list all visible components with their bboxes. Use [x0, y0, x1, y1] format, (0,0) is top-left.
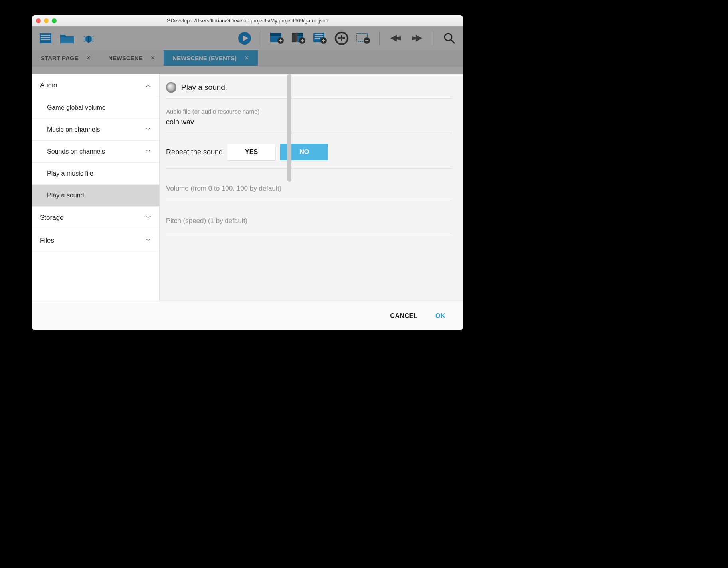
category-label: Files: [40, 237, 54, 245]
item-label: Game global volume: [47, 104, 106, 111]
audio-file-label: Audio file (or audio resource name): [166, 108, 452, 115]
sidebar-item-sounds-on-channels[interactable]: Sounds on channels ﹀: [32, 141, 159, 163]
zoom-icon[interactable]: [52, 18, 57, 23]
sidebar-item-music-on-channels[interactable]: Music on channels ﹀: [32, 119, 159, 141]
close-icon[interactable]: [36, 18, 41, 23]
window-title: GDevelop - /Users/florian/GDevelop proje…: [32, 18, 463, 24]
category-files[interactable]: Files ﹀: [32, 229, 159, 252]
sidebar-item-play-a-sound[interactable]: Play a sound: [32, 185, 159, 207]
pitch-input[interactable]: Pitch (speed) (1 by default): [166, 217, 452, 233]
parameters-pane: Play a sound. Audio file (or audio resou…: [160, 74, 463, 301]
dialog-footer: CANCEL OK: [32, 301, 463, 330]
item-label: Play a sound: [47, 192, 84, 199]
category-label: Audio: [40, 81, 57, 89]
category-label: Storage: [40, 214, 64, 222]
repeat-label: Repeat the sound: [166, 148, 223, 156]
pane-title: Play a sound.: [181, 83, 227, 92]
sidebar-item-game-global-volume[interactable]: Game global volume: [32, 97, 159, 119]
item-label: Music on channels: [47, 126, 100, 133]
chevron-down-icon: ﹀: [146, 148, 151, 155]
volume-input[interactable]: Volume (from 0 to 100, 100 by default): [166, 185, 452, 201]
item-label: Sounds on channels: [47, 148, 105, 155]
action-dialog: Audio ︿ Game global volume Music on chan…: [32, 74, 463, 330]
audio-file-input[interactable]: coin.wav: [166, 117, 452, 133]
app-window: GDevelop - /Users/florian/GDevelop proje…: [32, 15, 463, 330]
speaker-icon: [166, 82, 176, 93]
titlebar: GDevelop - /Users/florian/GDevelop proje…: [32, 15, 463, 26]
repeat-yes-button[interactable]: YES: [228, 144, 275, 160]
sidebar-item-play-a-music-file[interactable]: Play a music file: [32, 163, 159, 185]
traffic-lights: [36, 18, 57, 23]
ok-button[interactable]: OK: [435, 312, 445, 320]
item-label: Play a music file: [47, 170, 93, 177]
category-audio[interactable]: Audio ︿: [32, 74, 159, 97]
chevron-down-icon: ﹀: [146, 237, 151, 244]
minimize-icon[interactable]: [44, 18, 49, 23]
scrollbar[interactable]: [287, 74, 291, 182]
chevron-down-icon: ﹀: [146, 214, 151, 221]
category-sidebar[interactable]: Audio ︿ Game global volume Music on chan…: [32, 74, 160, 301]
chevron-up-icon: ︿: [146, 82, 151, 89]
cancel-button[interactable]: CANCEL: [390, 312, 418, 320]
chevron-down-icon: ﹀: [146, 126, 151, 133]
category-storage[interactable]: Storage ﹀: [32, 207, 159, 229]
